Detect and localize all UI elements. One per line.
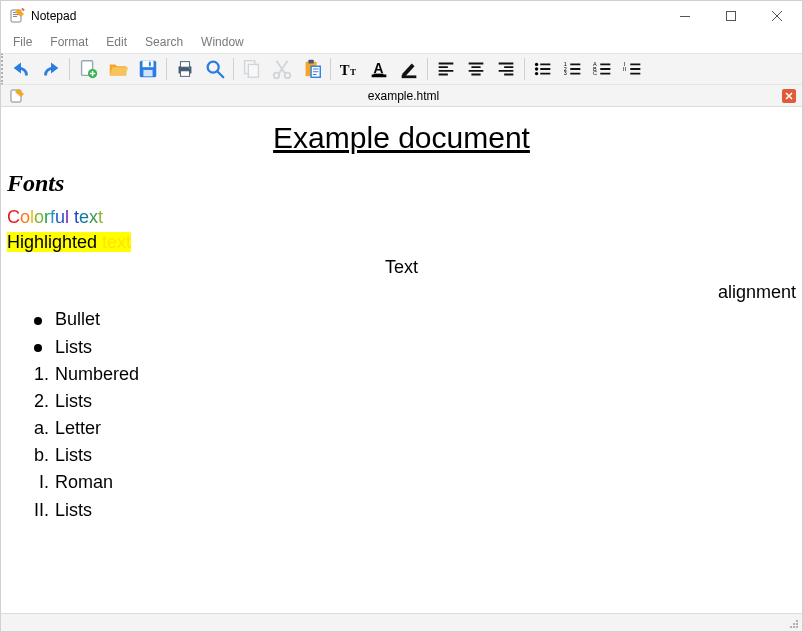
status-bar: [1, 613, 802, 631]
list-item-text: Letter: [55, 416, 101, 441]
list-item: 1.Numbered: [27, 362, 796, 387]
colorful-text-line: Colorful text: [7, 205, 796, 230]
svg-rect-10: [143, 61, 154, 67]
resize-grip-icon[interactable]: [786, 616, 800, 630]
list-item: a.Letter: [27, 416, 796, 441]
letter-list: a.Letter b.Lists: [7, 416, 796, 468]
list-item-text: Lists: [55, 389, 92, 414]
svg-rect-29: [402, 75, 417, 78]
numbered-list-button[interactable]: 123: [559, 55, 587, 83]
minimize-button[interactable]: [662, 1, 708, 31]
app-icon: [9, 8, 25, 24]
svg-text:3: 3: [564, 70, 567, 76]
toolbar-separator: [233, 58, 234, 80]
svg-rect-12: [149, 62, 151, 67]
editor-area[interactable]: Example document Fonts Colorful text Hig…: [1, 107, 802, 613]
undo-button[interactable]: [7, 55, 35, 83]
new-file-button[interactable]: [74, 55, 102, 83]
list-item-text: Lists: [55, 335, 92, 360]
colorful-char: t: [98, 207, 103, 227]
alpha-list-button[interactable]: ABC: [589, 55, 617, 83]
colorful-char: o: [34, 207, 44, 227]
list-item-text: Lists: [55, 498, 92, 523]
bullet-list-button[interactable]: [529, 55, 557, 83]
toolbar-separator: [524, 58, 525, 80]
svg-rect-28: [372, 75, 387, 78]
toolbar-separator: [69, 58, 70, 80]
colorful-char: C: [7, 207, 20, 227]
paste-button[interactable]: [298, 55, 326, 83]
bullet-list: Bullet Lists: [7, 307, 796, 359]
list-marker: b.: [27, 443, 49, 468]
list-marker: I.: [27, 470, 49, 495]
redo-button[interactable]: [37, 55, 65, 83]
colorful-char: e: [79, 207, 89, 227]
svg-point-43: [796, 620, 798, 622]
document-icon: [9, 88, 25, 104]
roman-list: I.Roman II.Lists: [7, 470, 796, 522]
highlight-button[interactable]: [395, 55, 423, 83]
font-color-button[interactable]: A: [365, 55, 393, 83]
toolbar-separator: [166, 58, 167, 80]
list-item: Bullet: [27, 307, 796, 332]
svg-rect-3: [13, 16, 17, 17]
list-marker: 1.: [27, 362, 49, 387]
menu-search[interactable]: Search: [137, 33, 191, 51]
align-left-button[interactable]: [432, 55, 460, 83]
highlighted-word: Highlighted: [7, 232, 102, 252]
print-button[interactable]: [171, 55, 199, 83]
list-item: Lists: [27, 335, 796, 360]
toolbar-separator: [427, 58, 428, 80]
svg-point-47: [793, 626, 795, 628]
list-marker: 2.: [27, 389, 49, 414]
svg-rect-23: [308, 60, 314, 64]
roman-list-button[interactable]: III: [619, 55, 647, 83]
menu-bar: File Format Edit Search Window: [1, 31, 802, 53]
list-item-text: Roman: [55, 470, 113, 495]
save-button[interactable]: [134, 55, 162, 83]
find-button[interactable]: [201, 55, 229, 83]
cut-button[interactable]: [268, 55, 296, 83]
center-aligned-text: Text: [7, 255, 796, 280]
close-button[interactable]: [754, 1, 800, 31]
tab-label[interactable]: example.html: [25, 89, 782, 103]
colorful-char: x: [89, 207, 98, 227]
window-title: Notepad: [31, 9, 76, 23]
align-right-button[interactable]: [492, 55, 520, 83]
colorful-char: o: [20, 207, 30, 227]
list-marker: II.: [27, 498, 49, 523]
toolbar: TT A 123 ABC III: [1, 53, 802, 85]
highlighted-line: Highlighted text: [7, 230, 796, 255]
menu-edit[interactable]: Edit: [98, 33, 135, 51]
svg-rect-14: [180, 62, 189, 67]
menu-file[interactable]: File: [5, 33, 40, 51]
list-item: b.Lists: [27, 443, 796, 468]
maximize-button[interactable]: [708, 1, 754, 31]
svg-rect-11: [143, 70, 152, 76]
svg-point-48: [796, 626, 798, 628]
copy-button[interactable]: [238, 55, 266, 83]
svg-text:A: A: [374, 61, 384, 76]
svg-rect-19: [248, 64, 258, 77]
tab-close-icon[interactable]: [782, 89, 796, 103]
bullet-icon: [27, 310, 49, 328]
bullet-icon: [27, 338, 49, 356]
svg-point-46: [790, 626, 792, 628]
svg-text:T: T: [340, 62, 350, 78]
font-size-button[interactable]: TT: [335, 55, 363, 83]
menu-format[interactable]: Format: [42, 33, 96, 51]
toolbar-separator: [330, 58, 331, 80]
highlighted-text: text: [102, 232, 131, 252]
list-marker: a.: [27, 416, 49, 441]
fonts-heading: Fonts: [7, 167, 796, 201]
list-item: I.Roman: [27, 470, 796, 495]
svg-text:C: C: [593, 70, 597, 76]
menu-window[interactable]: Window: [193, 33, 252, 51]
svg-point-44: [793, 623, 795, 625]
svg-rect-15: [180, 71, 189, 77]
list-item-text: Lists: [55, 443, 92, 468]
open-file-button[interactable]: [104, 55, 132, 83]
list-item-text: Bullet: [55, 307, 100, 332]
align-center-button[interactable]: [462, 55, 490, 83]
svg-rect-4: [21, 8, 25, 11]
